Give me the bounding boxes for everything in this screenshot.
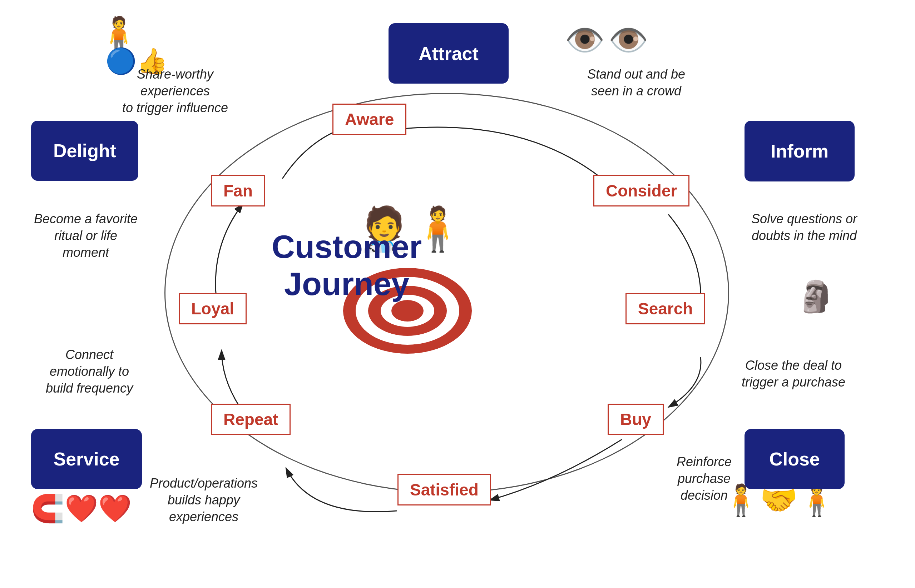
loyal-label: Loyal bbox=[191, 299, 234, 318]
desc-productops: Product/operationsbuilds happyexperience… bbox=[129, 475, 279, 525]
desc-solvequestions: Solve questions ordoubts in the mind bbox=[733, 211, 876, 244]
stage-inform: Inform bbox=[745, 121, 855, 181]
satisfied-label: Satisfied bbox=[410, 480, 479, 499]
service-label: Service bbox=[53, 448, 119, 470]
bull-center bbox=[391, 300, 424, 321]
search-label: Search bbox=[638, 299, 693, 318]
desc-favorite: Become a favoriteritual or lifemoment bbox=[21, 211, 150, 261]
consider-label: Consider bbox=[606, 181, 677, 200]
attract-label: Attract bbox=[419, 43, 479, 64]
step-satisfied: Satisfied bbox=[397, 474, 491, 506]
hearts-magnet-figure: 🧲❤️❤️ bbox=[31, 493, 132, 524]
stage-delight: Delight bbox=[31, 121, 138, 181]
stage-service: Service bbox=[31, 429, 142, 489]
buy-label: Buy bbox=[620, 410, 651, 429]
mind-figure: 🗿 bbox=[797, 279, 835, 314]
center-title: Customer Journey bbox=[272, 229, 422, 302]
eyes-icon: 👁️👁️ bbox=[565, 21, 652, 59]
close-label: Close bbox=[769, 448, 820, 470]
desc-standout: Stand out and beseen in a crowd bbox=[568, 66, 704, 100]
step-fan: Fan bbox=[211, 175, 265, 207]
desc-connect: Connectemotionally tobuild frequency bbox=[21, 347, 157, 397]
stage-attract: Attract bbox=[389, 23, 509, 84]
fan-label: Fan bbox=[223, 181, 253, 200]
stage-close: Close bbox=[745, 429, 845, 489]
step-loyal: Loyal bbox=[179, 293, 247, 325]
step-repeat: Repeat bbox=[211, 404, 291, 435]
step-aware: Aware bbox=[332, 103, 406, 135]
step-buy: Buy bbox=[607, 404, 664, 435]
step-search: Search bbox=[625, 293, 705, 325]
aware-label: Aware bbox=[345, 110, 394, 129]
step-consider: Consider bbox=[593, 175, 690, 207]
desc-closedeal: Close the deal totrigger a purchase bbox=[722, 357, 865, 391]
center-title-text: Customer Journey bbox=[272, 229, 422, 302]
inform-label: Inform bbox=[771, 141, 829, 162]
repeat-label: Repeat bbox=[223, 410, 278, 429]
delight-label: Delight bbox=[53, 140, 116, 162]
desc-shareworthy: Share-worthy experiencesto trigger influ… bbox=[107, 66, 243, 116]
desc-reinforce: Reinforcepurchasedecision bbox=[651, 454, 758, 504]
